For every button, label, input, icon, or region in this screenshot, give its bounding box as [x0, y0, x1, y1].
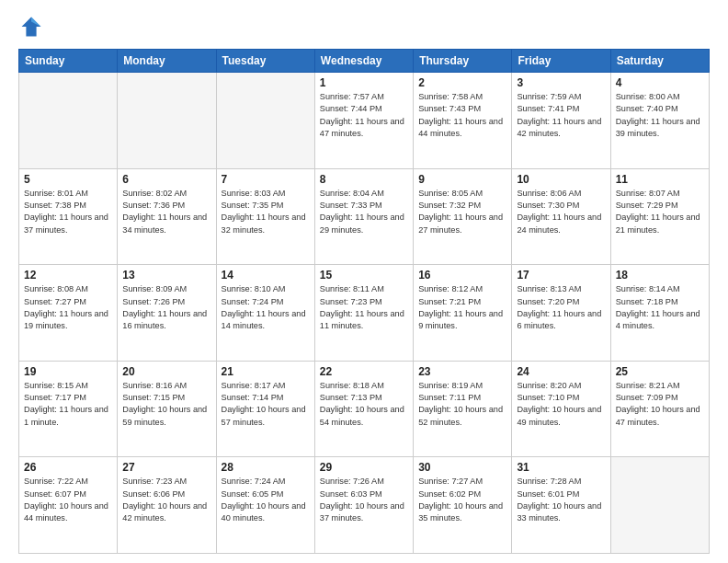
day-info: Sunrise: 8:12 AM Sunset: 7:21 PM Dayligh… — [418, 283, 506, 332]
day-info: Sunrise: 8:08 AM Sunset: 7:27 PM Dayligh… — [24, 283, 112, 332]
day-number: 29 — [320, 461, 408, 474]
day-info: Sunrise: 7:27 AM Sunset: 6:02 PM Dayligh… — [418, 476, 506, 524]
calendar-day-header: Saturday — [610, 50, 709, 73]
calendar-cell: 25Sunrise: 8:21 AM Sunset: 7:09 PM Dayli… — [610, 361, 709, 457]
day-number: 2 — [418, 76, 506, 89]
calendar-cell: 3Sunrise: 7:59 AM Sunset: 7:41 PM Daylig… — [512, 73, 610, 169]
calendar-cell: 13Sunrise: 8:09 AM Sunset: 7:26 PM Dayli… — [118, 265, 216, 362]
day-info: Sunrise: 8:19 AM Sunset: 7:11 PM Dayligh… — [418, 380, 506, 429]
day-number: 14 — [222, 269, 310, 282]
day-number: 17 — [517, 269, 605, 282]
day-number: 24 — [517, 365, 605, 378]
day-number: 15 — [320, 269, 408, 282]
calendar-week-row: 1Sunrise: 7:57 AM Sunset: 7:44 PM Daylig… — [19, 73, 710, 169]
day-info: Sunrise: 8:09 AM Sunset: 7:26 PM Dayligh… — [122, 283, 210, 332]
day-info: Sunrise: 8:04 AM Sunset: 7:33 PM Dayligh… — [320, 188, 408, 236]
day-info: Sunrise: 8:10 AM Sunset: 7:24 PM Dayligh… — [222, 283, 310, 332]
day-number: 5 — [24, 173, 112, 186]
calendar-cell: 19Sunrise: 8:15 AM Sunset: 7:17 PM Dayli… — [19, 361, 118, 457]
day-number: 22 — [320, 365, 408, 378]
calendar-cell — [216, 73, 314, 169]
day-number: 26 — [24, 461, 112, 474]
logo-icon — [18, 14, 44, 40]
day-info: Sunrise: 8:21 AM Sunset: 7:09 PM Dayligh… — [616, 380, 704, 429]
calendar-day-header: Tuesday — [216, 50, 314, 73]
calendar-cell: 24Sunrise: 8:20 AM Sunset: 7:10 PM Dayli… — [512, 361, 610, 457]
day-number: 6 — [122, 173, 210, 186]
calendar-header-row: SundayMondayTuesdayWednesdayThursdayFrid… — [19, 50, 710, 73]
day-number: 20 — [122, 365, 210, 378]
calendar-cell: 27Sunrise: 7:23 AM Sunset: 6:06 PM Dayli… — [118, 457, 216, 554]
day-info: Sunrise: 8:02 AM Sunset: 7:36 PM Dayligh… — [122, 188, 210, 236]
day-info: Sunrise: 8:06 AM Sunset: 7:30 PM Dayligh… — [517, 188, 605, 236]
calendar-cell: 6Sunrise: 8:02 AM Sunset: 7:36 PM Daylig… — [118, 168, 216, 265]
calendar-cell: 30Sunrise: 7:27 AM Sunset: 6:02 PM Dayli… — [414, 457, 512, 554]
calendar-cell: 5Sunrise: 8:01 AM Sunset: 7:38 PM Daylig… — [19, 168, 118, 265]
day-info: Sunrise: 8:14 AM Sunset: 7:18 PM Dayligh… — [616, 283, 704, 332]
calendar-cell: 16Sunrise: 8:12 AM Sunset: 7:21 PM Dayli… — [414, 265, 512, 362]
calendar-cell: 9Sunrise: 8:05 AM Sunset: 7:32 PM Daylig… — [414, 168, 512, 265]
day-number: 8 — [320, 173, 408, 186]
day-info: Sunrise: 7:28 AM Sunset: 6:01 PM Dayligh… — [517, 476, 605, 524]
day-number: 12 — [24, 269, 112, 282]
calendar-cell: 15Sunrise: 8:11 AM Sunset: 7:23 PM Dayli… — [314, 265, 413, 362]
day-info: Sunrise: 8:15 AM Sunset: 7:17 PM Dayligh… — [24, 380, 112, 429]
calendar-cell: 23Sunrise: 8:19 AM Sunset: 7:11 PM Dayli… — [414, 361, 512, 457]
calendar-cell: 18Sunrise: 8:14 AM Sunset: 7:18 PM Dayli… — [610, 265, 709, 362]
day-info: Sunrise: 7:59 AM Sunset: 7:41 PM Dayligh… — [517, 91, 605, 140]
day-number: 28 — [222, 461, 310, 474]
calendar-day-header: Friday — [512, 50, 610, 73]
day-info: Sunrise: 8:11 AM Sunset: 7:23 PM Dayligh… — [320, 283, 408, 332]
day-number: 4 — [616, 76, 704, 89]
day-info: Sunrise: 8:00 AM Sunset: 7:40 PM Dayligh… — [616, 91, 704, 140]
day-number: 7 — [222, 173, 310, 186]
day-info: Sunrise: 8:13 AM Sunset: 7:20 PM Dayligh… — [517, 283, 605, 332]
calendar-cell: 20Sunrise: 8:16 AM Sunset: 7:15 PM Dayli… — [118, 361, 216, 457]
day-number: 1 — [320, 76, 408, 89]
day-number: 30 — [418, 461, 506, 474]
day-number: 13 — [122, 269, 210, 282]
calendar-cell: 4Sunrise: 8:00 AM Sunset: 7:40 PM Daylig… — [610, 73, 709, 169]
calendar-day-header: Wednesday — [314, 50, 413, 73]
calendar-cell: 26Sunrise: 7:22 AM Sunset: 6:07 PM Dayli… — [19, 457, 118, 554]
day-number: 21 — [222, 365, 310, 378]
day-number: 23 — [418, 365, 506, 378]
day-number: 3 — [517, 76, 605, 89]
day-info: Sunrise: 8:17 AM Sunset: 7:14 PM Dayligh… — [222, 380, 310, 429]
calendar-week-row: 5Sunrise: 8:01 AM Sunset: 7:38 PM Daylig… — [19, 168, 710, 265]
calendar-cell: 8Sunrise: 8:04 AM Sunset: 7:33 PM Daylig… — [314, 168, 413, 265]
day-info: Sunrise: 8:20 AM Sunset: 7:10 PM Dayligh… — [517, 380, 605, 429]
calendar-cell: 22Sunrise: 8:18 AM Sunset: 7:13 PM Dayli… — [314, 361, 413, 457]
header — [18, 14, 710, 40]
day-number: 27 — [122, 461, 210, 474]
calendar-cell — [19, 73, 118, 169]
day-info: Sunrise: 8:16 AM Sunset: 7:15 PM Dayligh… — [122, 380, 210, 429]
day-number: 16 — [418, 269, 506, 282]
calendar-cell: 2Sunrise: 7:58 AM Sunset: 7:43 PM Daylig… — [414, 73, 512, 169]
calendar-cell: 10Sunrise: 8:06 AM Sunset: 7:30 PM Dayli… — [512, 168, 610, 265]
day-info: Sunrise: 7:22 AM Sunset: 6:07 PM Dayligh… — [24, 476, 112, 524]
calendar-cell: 21Sunrise: 8:17 AM Sunset: 7:14 PM Dayli… — [216, 361, 314, 457]
day-number: 10 — [517, 173, 605, 186]
calendar-cell: 11Sunrise: 8:07 AM Sunset: 7:29 PM Dayli… — [610, 168, 709, 265]
calendar-day-header: Sunday — [19, 50, 118, 73]
calendar-week-row: 12Sunrise: 8:08 AM Sunset: 7:27 PM Dayli… — [19, 265, 710, 362]
calendar-day-header: Thursday — [414, 50, 512, 73]
calendar-cell: 7Sunrise: 8:03 AM Sunset: 7:35 PM Daylig… — [216, 168, 314, 265]
calendar-cell: 17Sunrise: 8:13 AM Sunset: 7:20 PM Dayli… — [512, 265, 610, 362]
day-number: 9 — [418, 173, 506, 186]
logo — [18, 14, 48, 40]
calendar-cell: 14Sunrise: 8:10 AM Sunset: 7:24 PM Dayli… — [216, 265, 314, 362]
day-number: 25 — [616, 365, 704, 378]
calendar-cell: 1Sunrise: 7:57 AM Sunset: 7:44 PM Daylig… — [314, 73, 413, 169]
day-number: 31 — [517, 461, 605, 474]
calendar-cell — [118, 73, 216, 169]
day-info: Sunrise: 7:24 AM Sunset: 6:05 PM Dayligh… — [222, 476, 310, 524]
day-number: 11 — [616, 173, 704, 186]
calendar-week-row: 19Sunrise: 8:15 AM Sunset: 7:17 PM Dayli… — [19, 361, 710, 457]
calendar-table: SundayMondayTuesdayWednesdayThursdayFrid… — [18, 49, 710, 554]
day-info: Sunrise: 7:26 AM Sunset: 6:03 PM Dayligh… — [320, 476, 408, 524]
day-info: Sunrise: 8:03 AM Sunset: 7:35 PM Dayligh… — [222, 188, 310, 236]
day-info: Sunrise: 8:01 AM Sunset: 7:38 PM Dayligh… — [24, 188, 112, 236]
calendar-cell: 28Sunrise: 7:24 AM Sunset: 6:05 PM Dayli… — [216, 457, 314, 554]
